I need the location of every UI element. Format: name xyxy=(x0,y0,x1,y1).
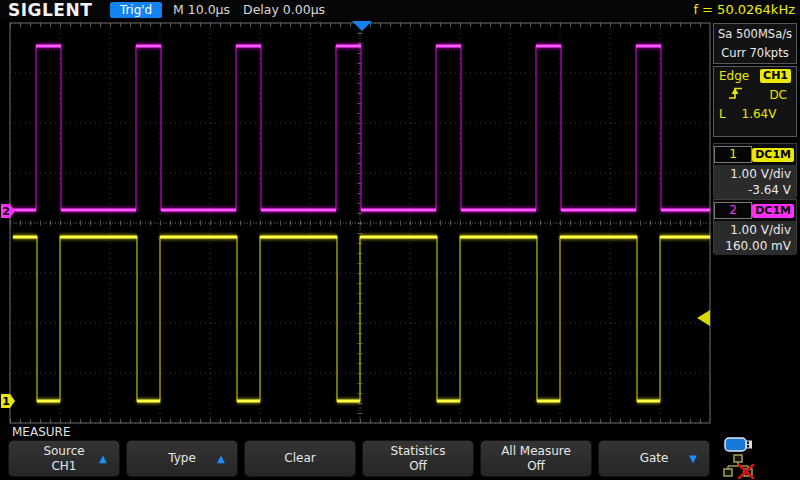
trigger-coupling-label: DC xyxy=(769,88,787,102)
source-button-label: Source xyxy=(43,444,84,459)
all-measure-button-label: All Measure xyxy=(501,444,571,459)
svg-text:2: 2 xyxy=(2,205,10,218)
channel-1-number-badge: 1 xyxy=(714,146,752,163)
memory-depth-readout: Curr 70kpts xyxy=(714,44,796,63)
svg-text:1: 1 xyxy=(2,395,10,408)
timebase-readout: M 10.0µs xyxy=(173,0,230,20)
lan-disconnected-icon xyxy=(723,454,755,480)
channel-2-position-marker[interactable]: 2 xyxy=(1,204,15,218)
trigger-source-badge: CH1 xyxy=(760,69,791,83)
type-button[interactable]: Type ▲ xyxy=(126,440,238,477)
measure-menu-bar: MEASURE Source CH1 ▲ Type ▲ Clear Statis… xyxy=(0,424,800,480)
arrow-down-icon: ▼ xyxy=(689,454,697,464)
source-button[interactable]: Source CH1 ▲ xyxy=(8,440,120,477)
delay-readout: Delay 0.00µs xyxy=(243,0,325,20)
trigger-position-marker[interactable] xyxy=(352,21,372,31)
oscilloscope-screen: SIGLENT Trig'd M 10.0µs Delay 0.00µs f =… xyxy=(0,0,800,480)
channel-2-info-panel[interactable]: 2 DC1M 1.00 V/div 160.00 mV xyxy=(713,199,797,253)
channel-2-scale-readout: 1.00 V/div xyxy=(714,222,791,238)
channel-1-info-panel[interactable]: 1 DC1M 1.00 V/div -3.64 V xyxy=(713,143,797,197)
acquisition-info-panel: Sa 500MSa/s Curr 70kpts xyxy=(713,23,797,64)
ch1-trace xyxy=(13,237,710,401)
channel-2-coupling-badge: DC1M xyxy=(752,204,794,218)
channel-1-coupling-badge: DC1M xyxy=(752,148,794,162)
statistics-button[interactable]: Statistics Off xyxy=(362,440,474,477)
siglent-logo: SIGLENT xyxy=(8,0,92,20)
trigger-level-marker[interactable] xyxy=(697,310,710,326)
clear-button-label: Clear xyxy=(284,451,315,466)
sample-rate-readout: Sa 500MSa/s xyxy=(714,25,796,44)
channel-2-offset-readout: 160.00 mV xyxy=(714,238,791,254)
gate-button[interactable]: Gate ▼ xyxy=(598,440,710,477)
waveform-display: 21 xyxy=(0,20,712,424)
type-button-label: Type xyxy=(168,451,196,466)
arrow-up-icon: ▲ xyxy=(99,454,107,464)
clear-button[interactable]: Clear xyxy=(244,440,356,477)
channel-2-number-badge: 2 xyxy=(714,202,752,219)
top-status-bar: SIGLENT Trig'd M 10.0µs Delay 0.00µs f =… xyxy=(0,0,800,20)
trigger-level-label: L xyxy=(719,107,726,121)
channel-1-offset-readout: -3.64 V xyxy=(714,182,791,198)
gate-button-label: Gate xyxy=(640,451,669,466)
trigger-info-panel: Edge CH1 DC L 1.64V xyxy=(713,66,797,137)
all-measure-button[interactable]: All Measure Off xyxy=(480,440,592,477)
channel-1-position-marker[interactable]: 1 xyxy=(1,394,15,408)
frequency-counter-readout: f = 50.0264kHz xyxy=(693,0,795,20)
trigger-type-label: Edge xyxy=(719,69,749,83)
arrow-up-icon: ▲ xyxy=(217,454,225,464)
statistics-button-value: Off xyxy=(409,459,427,474)
channel-1-scale-readout: 1.00 V/div xyxy=(714,166,791,182)
all-measure-button-value: Off xyxy=(527,459,545,474)
trigger-status-badge: Trig'd xyxy=(110,2,162,18)
statistics-button-label: Statistics xyxy=(391,444,446,459)
rising-edge-icon xyxy=(727,85,745,104)
ch2-trace xyxy=(13,46,710,210)
trigger-level-value: 1.64V xyxy=(742,107,777,121)
measure-menu-title: MEASURE xyxy=(12,425,70,439)
source-button-value: CH1 xyxy=(51,459,76,474)
